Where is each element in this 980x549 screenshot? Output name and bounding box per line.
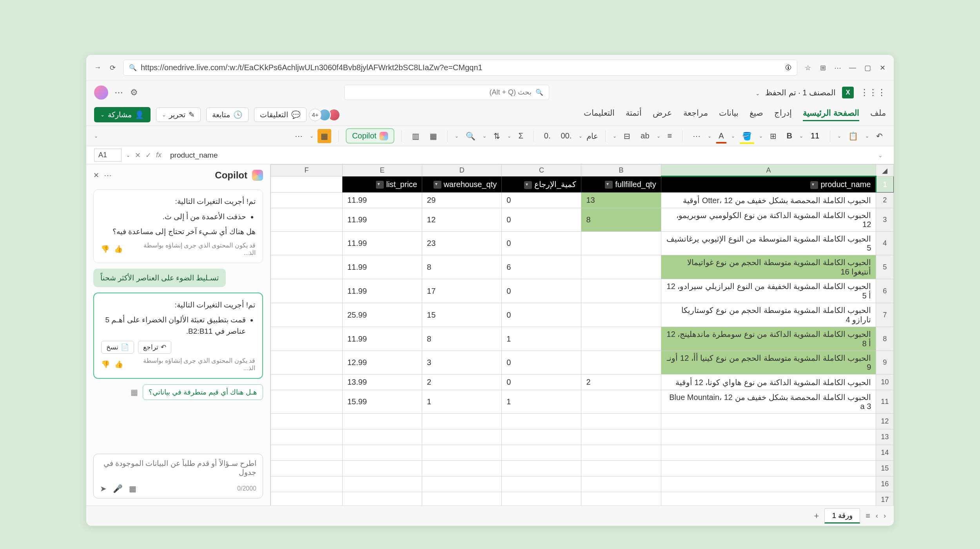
collections-icon[interactable]: ⊞ xyxy=(818,64,827,72)
cell[interactable]: 11.99 xyxy=(342,232,422,255)
attach-icon[interactable]: ▦ xyxy=(129,484,136,493)
row-header[interactable]: 6 xyxy=(876,279,894,303)
column-header-C[interactable]: C xyxy=(502,165,581,176)
cell[interactable]: 8 xyxy=(581,208,661,232)
cell[interactable]: 0 xyxy=(502,232,581,255)
chevron-down-icon[interactable]: ⌄ xyxy=(759,133,763,139)
cell[interactable]: 25.99 xyxy=(342,303,422,327)
document-title[interactable]: المصنف 1 · تم الحفظ ⌄ xyxy=(755,88,836,97)
copilot-close-icon[interactable]: ✕ xyxy=(93,171,99,180)
tab-formulas[interactable]: صيغ xyxy=(750,108,763,121)
chevron-down-icon[interactable]: ⌄ xyxy=(579,133,583,139)
user-avatar[interactable] xyxy=(94,85,108,100)
cell[interactable]: الحبوب الكاملة المشوية متوسطة الحجم من ن… xyxy=(661,351,876,374)
bold-icon[interactable]: B xyxy=(784,129,795,143)
header-cell-return-qty[interactable]: كمية_الإرجاع xyxy=(502,176,581,193)
sheet-nav-prev-icon[interactable]: ‹ xyxy=(884,512,886,520)
cell[interactable] xyxy=(581,461,661,476)
cell[interactable]: 11.99 xyxy=(342,327,422,351)
cell[interactable]: 17 xyxy=(422,279,502,303)
row-header[interactable]: 17 xyxy=(876,492,894,506)
cell[interactable] xyxy=(502,429,581,445)
add-sheet-icon[interactable]: + xyxy=(814,511,819,521)
cell[interactable]: 11.99 xyxy=(342,279,422,303)
row-header[interactable]: 10 xyxy=(876,374,894,390)
cell[interactable]: 0 xyxy=(502,193,581,208)
undo-button[interactable]: ↶تراجع xyxy=(138,341,171,354)
cell[interactable] xyxy=(422,429,502,445)
nav-forward-icon[interactable]: → xyxy=(93,64,102,72)
cell[interactable]: الحبوب الكاملة المشوية الداكنة من نوع سو… xyxy=(661,327,876,351)
row-header[interactable]: 13 xyxy=(876,429,894,445)
sheet-list-icon[interactable]: ≡ xyxy=(866,511,870,520)
editing-mode-button[interactable]: ✎ تحرير ⌄ xyxy=(156,107,201,122)
row-header[interactable]: 12 xyxy=(876,414,894,429)
filter-icon[interactable] xyxy=(434,181,441,189)
row-header[interactable]: 5 xyxy=(876,255,894,279)
copilot-button[interactable]: Copilot xyxy=(346,128,394,144)
cell[interactable] xyxy=(271,429,343,445)
tab-data[interactable]: بيانات xyxy=(719,108,739,121)
row-header[interactable]: 9 xyxy=(876,351,894,374)
row-header[interactable]: 4 xyxy=(876,232,894,255)
cell[interactable]: 0 xyxy=(502,374,581,390)
cell[interactable] xyxy=(271,208,343,232)
cell[interactable] xyxy=(581,255,661,279)
select-all-corner[interactable]: ◢ xyxy=(876,165,894,176)
cell[interactable]: 1 xyxy=(422,390,502,414)
grid-icon[interactable]: ▦ xyxy=(131,387,138,397)
copilot-more-icon[interactable]: ⋯ xyxy=(104,171,112,180)
thumbs-down-icon[interactable]: 👎 xyxy=(101,245,109,253)
collaborator-avatars[interactable]: +4 xyxy=(312,109,340,121)
column-header-B[interactable]: B xyxy=(581,165,661,176)
cell[interactable]: 15.99 xyxy=(342,390,422,414)
cell[interactable] xyxy=(271,327,343,351)
cell[interactable]: 2 xyxy=(422,374,502,390)
row-header[interactable]: 15 xyxy=(876,461,894,476)
cell[interactable] xyxy=(271,492,343,506)
cell[interactable] xyxy=(581,492,661,506)
row-header[interactable]: 16 xyxy=(876,476,894,492)
header-cell-list-price[interactable]: list_price xyxy=(342,176,422,193)
cell[interactable]: 11.99 xyxy=(342,255,422,279)
copilot-textarea[interactable] xyxy=(100,459,256,479)
cells-icon[interactable]: ▦ xyxy=(318,129,331,143)
formula-input[interactable] xyxy=(166,149,870,162)
cell[interactable] xyxy=(271,374,343,390)
cell[interactable]: 0 xyxy=(502,303,581,327)
cell[interactable] xyxy=(422,476,502,492)
thumbs-up-icon[interactable]: 👍 xyxy=(114,245,123,253)
maximize-icon[interactable]: ▢ xyxy=(863,64,872,72)
search-input[interactable] xyxy=(350,88,532,96)
chevron-down-icon[interactable]: ⌄ xyxy=(731,133,735,139)
cell[interactable] xyxy=(271,232,343,255)
wrap-text-icon[interactable]: ab xyxy=(637,129,652,143)
cell[interactable] xyxy=(271,390,343,414)
cell[interactable] xyxy=(581,327,661,351)
suggestion-chip[interactable]: هـل هناك أي قيم متطرفة في بياناتي؟ xyxy=(143,384,263,400)
column-header-D[interactable]: D xyxy=(422,165,502,176)
sort-filter-icon[interactable]: ⇅ xyxy=(490,129,503,143)
name-box[interactable] xyxy=(94,149,122,162)
font-size-input[interactable] xyxy=(807,131,823,140)
more-icon[interactable]: ⋯ xyxy=(833,64,842,72)
more-font-icon[interactable]: ⋯ xyxy=(690,129,704,143)
cell[interactable]: 29 xyxy=(422,193,502,208)
app-launcher-icon[interactable]: ⋮⋮⋮ xyxy=(860,87,886,98)
cell[interactable] xyxy=(342,492,422,506)
chevron-down-icon[interactable]: ⌄ xyxy=(799,133,803,139)
thumbs-down-icon[interactable]: 👎 xyxy=(101,360,110,369)
row-header[interactable]: 1 xyxy=(876,176,894,193)
row-header[interactable]: 2 xyxy=(876,193,894,208)
header-cell-fulfilled-qty[interactable]: fullfilled_qty xyxy=(581,176,661,193)
cell[interactable] xyxy=(581,476,661,492)
tab-help[interactable]: التعليمات xyxy=(584,108,615,121)
chevron-down-icon[interactable]: ⌄ xyxy=(657,133,661,139)
cell[interactable] xyxy=(502,476,581,492)
cell[interactable] xyxy=(661,429,876,445)
align-icon[interactable]: ≡ xyxy=(664,129,675,143)
cell[interactable] xyxy=(661,414,876,429)
cell[interactable] xyxy=(271,445,343,461)
cell[interactable]: 8 xyxy=(422,255,502,279)
cell[interactable]: 6 xyxy=(502,255,581,279)
